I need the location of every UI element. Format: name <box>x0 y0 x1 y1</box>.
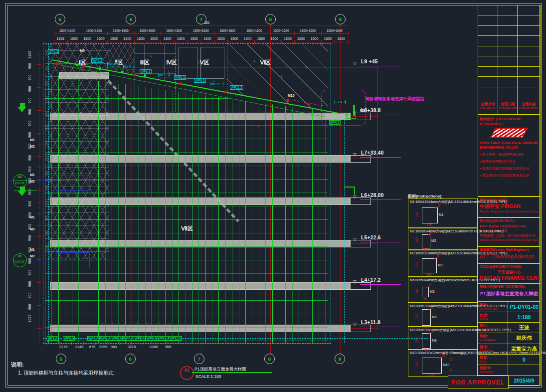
legend-dim-width: 50 <box>420 297 430 300</box>
legend-section-diagram <box>422 258 437 273</box>
legend-member-code: M1 <box>439 213 443 216</box>
legend-section-diagram <box>422 234 430 248</box>
legend-section-diagram <box>422 287 429 297</box>
legend-dim-width: 160 <box>420 273 438 276</box>
legend-item-label: M3:160x160x8mm方钢管(M3:160x160x8mm HICK ST… <box>410 251 507 256</box>
legend-dim-height: 160 <box>415 360 418 369</box>
legend-dim-panel: 25 <box>449 369 452 372</box>
legend-section-diagram <box>422 333 431 349</box>
legend-member-code: M10 <box>443 363 449 367</box>
legend-section-diagram <box>422 309 431 326</box>
legend-item-label: M8:200x100x4mm方钢管(M8:200x100x4mm HICK ST… <box>410 304 507 309</box>
legend: M1:160x160x4mm方钢管(M1:160x160x4mm HICK ST… <box>0 0 546 392</box>
cad-sheet: 与新增钢板幕墙支撑件焊接固定 57485 说明: 1. 顶部斜横框与立柱与连接均… <box>0 0 546 392</box>
legend-item-label: M6:80x50x4mm方钢管(M6:80x50x4mm HICK STEEL … <box>410 278 500 283</box>
legend-item-label: M9:200x100x10mm方钢管(M9:200x100x10mm HICK … <box>410 328 511 333</box>
legend-member-code: M3 <box>438 263 442 267</box>
legend-member-code: M6 <box>430 290 434 293</box>
legend-dim-height: 160 <box>415 236 418 245</box>
legend-item-label: M2:160x80x4mm方钢管(M2:160x80x4mm HICK STEE… <box>410 229 504 234</box>
legend-dim-panel: 25 <box>449 358 452 361</box>
legend-dim-height: 200 <box>415 312 418 321</box>
legend-member-code: M8 <box>432 315 436 319</box>
approval-stamp: FOR APPROVEL <box>448 376 509 389</box>
approval-stamp-text: FOR APPROVEL <box>452 379 505 386</box>
legend-dim-height: 80 <box>415 286 418 295</box>
legend-dim-height: 200 <box>415 335 418 344</box>
legend-section-diagram <box>422 207 438 223</box>
legend-member-code: M9 <box>432 339 436 342</box>
legend-section-diagram <box>422 358 442 374</box>
legend-dim-width: 160 <box>420 223 439 226</box>
legend-item-label: M10:200x160x12mm钢管+25mm钢板(M10:200x160x12… <box>410 351 546 356</box>
legend-dim-height: 160 <box>415 210 418 219</box>
legend-member-code: M2 <box>431 239 436 242</box>
legend-dim-width: 200 <box>420 373 443 377</box>
legend-dim-height: 160 <box>415 260 418 269</box>
legend-item-label: M1:160x160x4mm方钢管(M1:160x160x4mm HICK ST… <box>410 199 507 204</box>
